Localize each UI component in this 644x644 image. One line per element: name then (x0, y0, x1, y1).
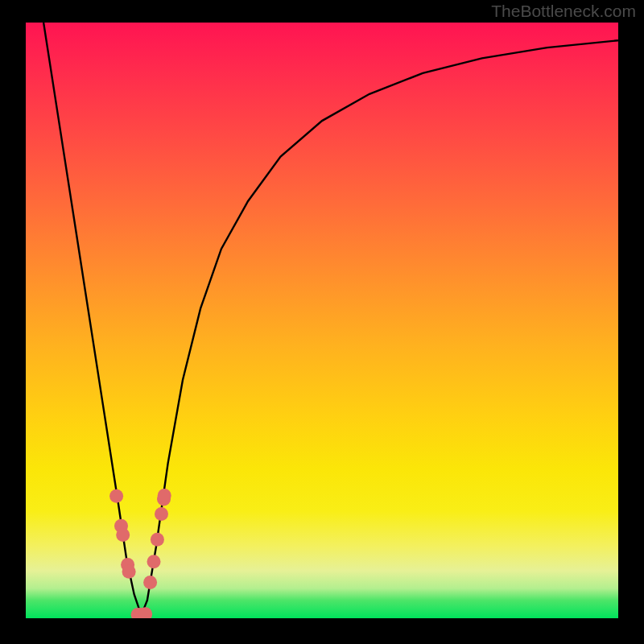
chart-container: TheBottleneck.com (0, 0, 644, 644)
data-marker (155, 507, 168, 521)
bottleneck-curve (43, 23, 618, 615)
curve-svg (26, 23, 618, 618)
data-marker (143, 576, 157, 589)
data-marker (109, 489, 123, 503)
watermark-text: TheBottleneck.com (491, 2, 636, 21)
data-marker (147, 555, 161, 568)
data-marker (151, 533, 164, 547)
data-marker (116, 528, 130, 542)
plot-area (26, 23, 618, 618)
data-marker (122, 565, 136, 579)
data-marker (158, 489, 171, 502)
